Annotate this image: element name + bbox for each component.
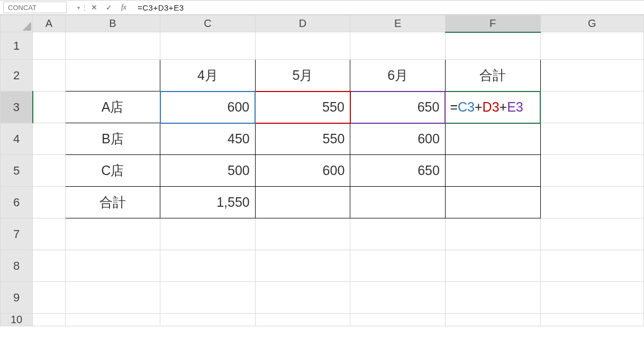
cell-B3[interactable]: A店: [65, 91, 160, 123]
cell-B8[interactable]: [65, 250, 160, 282]
cell-E9[interactable]: [350, 282, 446, 314]
col-header-E[interactable]: E: [350, 15, 446, 32]
cell-A3[interactable]: [33, 91, 65, 123]
row-header-3[interactable]: 3: [1, 91, 33, 123]
cell-F10[interactable]: [445, 314, 540, 326]
col-header-D[interactable]: D: [255, 15, 350, 32]
formula-input[interactable]: [131, 2, 644, 13]
cell-B6[interactable]: 合計: [65, 187, 160, 218]
col-header-G[interactable]: G: [540, 15, 644, 32]
accept-button[interactable]: ✓: [102, 2, 116, 13]
cell-A4[interactable]: [33, 123, 65, 155]
cell-A8[interactable]: [33, 250, 65, 282]
col-header-A[interactable]: A: [33, 15, 65, 32]
cell-F5[interactable]: [445, 155, 540, 187]
col-header-F[interactable]: F: [445, 15, 540, 32]
row-header-1[interactable]: 1: [1, 32, 33, 60]
cell-B5[interactable]: C店: [65, 155, 160, 187]
formula-editing: =C3+D3+E3: [446, 92, 540, 123]
cell-G3[interactable]: [540, 91, 644, 123]
cell-E4[interactable]: 600: [350, 123, 446, 155]
cell-B10[interactable]: [65, 314, 160, 326]
cell-E2[interactable]: 6月: [350, 60, 446, 91]
row-header-10[interactable]: 10: [1, 314, 33, 326]
cell-F8[interactable]: [445, 250, 540, 282]
cell-G2[interactable]: [540, 60, 644, 91]
cell-C8[interactable]: [160, 250, 256, 282]
header-jun: 6月: [350, 60, 445, 91]
row-header-4[interactable]: 4: [1, 123, 33, 155]
tok-e3: E3: [507, 99, 523, 115]
cancel-icon: ✕: [91, 3, 97, 12]
cell-G4[interactable]: [540, 123, 644, 155]
cell-E5[interactable]: 650: [350, 155, 446, 187]
cell-D3[interactable]: 550: [255, 91, 350, 123]
cell-E6[interactable]: [350, 187, 446, 218]
cell-G8[interactable]: [540, 250, 644, 282]
cell-G9[interactable]: [540, 282, 644, 314]
cell-B1[interactable]: [65, 32, 160, 60]
cell-C9[interactable]: [160, 282, 256, 314]
cell-C4[interactable]: 450: [160, 123, 256, 155]
cell-B7[interactable]: [65, 218, 160, 250]
name-box[interactable]: [3, 2, 67, 13]
val-c-apr: 500: [160, 155, 255, 186]
cell-E1[interactable]: [350, 32, 446, 60]
cell-G1[interactable]: [540, 32, 644, 60]
cell-F9[interactable]: [445, 282, 540, 314]
cell-G10[interactable]: [540, 314, 644, 326]
cell-B2[interactable]: [65, 60, 160, 91]
cell-D2[interactable]: 5月: [255, 60, 350, 91]
cell-E10[interactable]: [350, 314, 446, 326]
cell-B4[interactable]: B店: [65, 123, 160, 155]
cell-E8[interactable]: [350, 250, 446, 282]
cell-C3[interactable]: 600: [160, 91, 256, 123]
cell-C6[interactable]: 1,550: [160, 187, 256, 218]
cell-D1[interactable]: [255, 32, 350, 60]
cell-C10[interactable]: [160, 314, 256, 326]
cell-C5[interactable]: 500: [160, 155, 256, 187]
cell-A2[interactable]: [33, 60, 65, 91]
row-header-5[interactable]: 5: [1, 155, 33, 187]
cell-F2[interactable]: 合計: [445, 60, 540, 91]
store-c-label: C店: [66, 155, 160, 186]
cell-A10[interactable]: [33, 314, 65, 326]
cell-C1[interactable]: [160, 32, 256, 60]
row-header-2[interactable]: 2: [1, 60, 33, 91]
cell-B9[interactable]: [65, 282, 160, 314]
row-header-7[interactable]: 7: [1, 218, 33, 250]
cell-D7[interactable]: [255, 218, 350, 250]
cell-D10[interactable]: [255, 314, 350, 326]
cell-D6[interactable]: [255, 187, 350, 218]
cell-D9[interactable]: [255, 282, 350, 314]
fx-button[interactable]: fx: [116, 2, 131, 13]
cell-E7[interactable]: [350, 218, 446, 250]
row-header-8[interactable]: 8: [1, 250, 33, 282]
cell-F7[interactable]: [445, 218, 540, 250]
cell-A9[interactable]: [33, 282, 65, 314]
cell-G7[interactable]: [540, 218, 644, 250]
cell-A7[interactable]: [33, 218, 65, 250]
cell-C7[interactable]: [160, 218, 256, 250]
select-all-corner[interactable]: [1, 15, 33, 32]
val-c-jun: 650: [350, 155, 445, 186]
cell-A5[interactable]: [33, 155, 65, 187]
col-header-C[interactable]: C: [160, 15, 256, 32]
cell-D5[interactable]: 600: [255, 155, 350, 187]
cell-F3[interactable]: =C3+D3+E3: [445, 91, 540, 123]
cell-F6[interactable]: [445, 187, 540, 218]
row-header-9[interactable]: 9: [1, 282, 33, 314]
cell-F1[interactable]: [445, 32, 540, 60]
cell-D4[interactable]: 550: [255, 123, 350, 155]
cancel-button[interactable]: ✕: [87, 2, 102, 13]
col-header-B[interactable]: B: [65, 15, 160, 32]
cell-D8[interactable]: [255, 250, 350, 282]
cell-A1[interactable]: [33, 32, 65, 60]
row-header-6[interactable]: 6: [1, 187, 33, 218]
cell-F4[interactable]: [445, 123, 540, 155]
cell-C2[interactable]: 4月: [160, 60, 256, 91]
cell-G6[interactable]: [540, 187, 644, 218]
cell-A6[interactable]: [33, 187, 65, 218]
cell-E3[interactable]: 650: [350, 91, 446, 123]
cell-G5[interactable]: [540, 155, 644, 187]
